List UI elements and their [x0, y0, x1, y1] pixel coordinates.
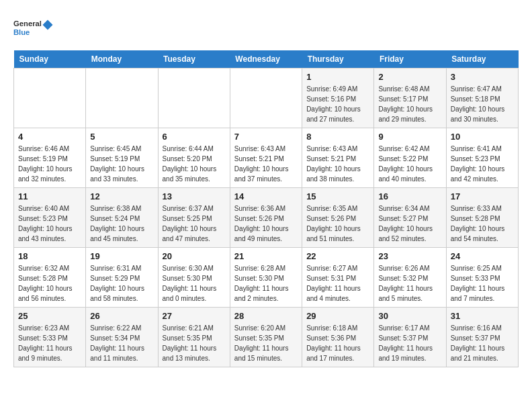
day-cell: 21 Sunrise: 6:28 AMSunset: 5:30 PMDaylig… — [230, 248, 302, 308]
day-number: 12 — [90, 191, 153, 201]
day-number: 4 — [18, 132, 81, 142]
day-cell — [86, 68, 158, 128]
day-number: 7 — [234, 132, 298, 142]
day-info: Sunrise: 6:33 AMSunset: 5:28 PMDaylight:… — [451, 203, 514, 244]
day-cell: 27 Sunrise: 6:21 AMSunset: 5:35 PMDaylig… — [158, 308, 230, 367]
day-number: 14 — [234, 191, 298, 201]
day-cell: 11 Sunrise: 6:40 AMSunset: 5:23 PMDaylig… — [14, 188, 86, 248]
day-info: Sunrise: 6:34 AMSunset: 5:27 PMDaylight:… — [378, 203, 441, 244]
day-cell: 29 Sunrise: 6:18 AMSunset: 5:36 PMDaylig… — [302, 308, 374, 367]
day-info: Sunrise: 6:46 AMSunset: 5:19 PMDaylight:… — [18, 144, 81, 184]
day-number: 31 — [451, 311, 514, 321]
day-info: Sunrise: 6:27 AMSunset: 5:31 PMDaylight:… — [306, 263, 369, 304]
day-cell: 26 Sunrise: 6:22 AMSunset: 5:34 PMDaylig… — [86, 308, 158, 367]
day-number: 15 — [306, 191, 369, 201]
day-cell: 10 Sunrise: 6:41 AMSunset: 5:23 PMDaylig… — [446, 128, 518, 188]
day-info: Sunrise: 6:45 AMSunset: 5:19 PMDaylight:… — [90, 144, 153, 184]
day-info: Sunrise: 6:41 AMSunset: 5:23 PMDaylight:… — [451, 144, 514, 184]
day-info: Sunrise: 6:16 AMSunset: 5:37 PMDaylight:… — [451, 323, 514, 363]
day-cell: 2 Sunrise: 6:48 AMSunset: 5:17 PMDayligh… — [374, 68, 446, 128]
day-number: 5 — [90, 132, 153, 142]
day-number: 10 — [451, 132, 514, 142]
svg-marker-2 — [43, 19, 53, 30]
day-number: 3 — [451, 72, 514, 82]
day-cell: 3 Sunrise: 6:47 AMSunset: 5:18 PMDayligh… — [446, 68, 518, 128]
day-info: Sunrise: 6:20 AMSunset: 5:35 PMDaylight:… — [234, 323, 298, 363]
day-number: 13 — [163, 191, 226, 201]
day-info: Sunrise: 6:18 AMSunset: 5:36 PMDaylight:… — [306, 323, 369, 363]
day-info: Sunrise: 6:36 AMSunset: 5:26 PMDaylight:… — [234, 203, 298, 244]
day-number: 25 — [18, 311, 81, 321]
day-cell: 7 Sunrise: 6:43 AMSunset: 5:21 PMDayligh… — [230, 128, 302, 188]
week-row-4: 18 Sunrise: 6:32 AMSunset: 5:28 PMDaylig… — [14, 248, 519, 308]
weekday-header-monday: Monday — [86, 50, 158, 68]
svg-text:Blue: Blue — [13, 28, 30, 36]
day-cell: 6 Sunrise: 6:44 AMSunset: 5:20 PMDayligh… — [158, 128, 230, 188]
day-cell: 20 Sunrise: 6:30 AMSunset: 5:30 PMDaylig… — [158, 248, 230, 308]
day-cell: 12 Sunrise: 6:38 AMSunset: 5:24 PMDaylig… — [86, 188, 158, 248]
day-cell: 1 Sunrise: 6:49 AMSunset: 5:16 PMDayligh… — [302, 68, 374, 128]
day-cell: 13 Sunrise: 6:37 AMSunset: 5:25 PMDaylig… — [158, 188, 230, 248]
page-header: General Blue — [13, 13, 519, 44]
day-cell: 4 Sunrise: 6:46 AMSunset: 5:19 PMDayligh… — [14, 128, 86, 188]
weekday-header-thursday: Thursday — [302, 50, 374, 68]
day-info: Sunrise: 6:42 AMSunset: 5:22 PMDaylight:… — [378, 144, 441, 184]
day-cell — [230, 68, 302, 128]
day-cell: 9 Sunrise: 6:42 AMSunset: 5:22 PMDayligh… — [374, 128, 446, 188]
day-cell: 17 Sunrise: 6:33 AMSunset: 5:28 PMDaylig… — [446, 188, 518, 248]
day-cell: 23 Sunrise: 6:26 AMSunset: 5:32 PMDaylig… — [374, 248, 446, 308]
weekday-header-wednesday: Wednesday — [230, 50, 302, 68]
day-info: Sunrise: 6:22 AMSunset: 5:34 PMDaylight:… — [90, 323, 153, 363]
week-row-1: 1 Sunrise: 6:49 AMSunset: 5:16 PMDayligh… — [14, 68, 519, 128]
day-number: 28 — [234, 311, 298, 321]
day-cell: 24 Sunrise: 6:25 AMSunset: 5:33 PMDaylig… — [446, 248, 518, 308]
day-number: 8 — [306, 132, 369, 142]
day-number: 6 — [163, 132, 226, 142]
day-number: 19 — [90, 251, 153, 261]
weekday-header-friday: Friday — [374, 50, 446, 68]
day-number: 11 — [18, 191, 81, 201]
day-number: 2 — [378, 72, 441, 82]
day-cell: 28 Sunrise: 6:20 AMSunset: 5:35 PMDaylig… — [230, 308, 302, 367]
day-cell: 16 Sunrise: 6:34 AMSunset: 5:27 PMDaylig… — [374, 188, 446, 248]
day-cell: 19 Sunrise: 6:31 AMSunset: 5:29 PMDaylig… — [86, 248, 158, 308]
day-info: Sunrise: 6:26 AMSunset: 5:32 PMDaylight:… — [378, 263, 441, 304]
day-info: Sunrise: 6:49 AMSunset: 5:16 PMDaylight:… — [306, 84, 369, 124]
svg-text:General: General — [13, 19, 42, 28]
day-info: Sunrise: 6:28 AMSunset: 5:30 PMDaylight:… — [234, 263, 298, 304]
day-cell: 5 Sunrise: 6:45 AMSunset: 5:19 PMDayligh… — [86, 128, 158, 188]
day-info: Sunrise: 6:43 AMSunset: 5:21 PMDaylight:… — [306, 144, 369, 184]
day-info: Sunrise: 6:38 AMSunset: 5:24 PMDaylight:… — [90, 203, 153, 244]
day-number: 23 — [378, 251, 441, 261]
day-info: Sunrise: 6:25 AMSunset: 5:33 PMDaylight:… — [451, 263, 514, 304]
day-cell: 30 Sunrise: 6:17 AMSunset: 5:37 PMDaylig… — [374, 308, 446, 367]
day-info: Sunrise: 6:43 AMSunset: 5:21 PMDaylight:… — [234, 144, 298, 184]
day-number: 21 — [234, 251, 298, 261]
day-number: 22 — [306, 251, 369, 261]
weekday-header-tuesday: Tuesday — [158, 50, 230, 68]
day-cell: 14 Sunrise: 6:36 AMSunset: 5:26 PMDaylig… — [230, 188, 302, 248]
day-cell: 22 Sunrise: 6:27 AMSunset: 5:31 PMDaylig… — [302, 248, 374, 308]
week-row-3: 11 Sunrise: 6:40 AMSunset: 5:23 PMDaylig… — [14, 188, 519, 248]
day-info: Sunrise: 6:23 AMSunset: 5:33 PMDaylight:… — [18, 323, 81, 363]
day-number: 18 — [18, 251, 81, 261]
day-cell — [158, 68, 230, 128]
weekday-header-row: SundayMondayTuesdayWednesdayThursdayFrid… — [14, 50, 519, 68]
day-cell: 15 Sunrise: 6:35 AMSunset: 5:26 PMDaylig… — [302, 188, 374, 248]
logo-svg: General Blue — [13, 13, 54, 44]
day-info: Sunrise: 6:21 AMSunset: 5:35 PMDaylight:… — [163, 323, 226, 363]
weekday-header-saturday: Saturday — [446, 50, 518, 68]
day-info: Sunrise: 6:44 AMSunset: 5:20 PMDaylight:… — [163, 144, 226, 184]
day-number: 24 — [451, 251, 514, 261]
day-info: Sunrise: 6:30 AMSunset: 5:30 PMDaylight:… — [163, 263, 226, 304]
day-info: Sunrise: 6:31 AMSunset: 5:29 PMDaylight:… — [90, 263, 153, 304]
day-number: 26 — [90, 311, 153, 321]
day-info: Sunrise: 6:40 AMSunset: 5:23 PMDaylight:… — [18, 203, 81, 244]
day-info: Sunrise: 6:37 AMSunset: 5:25 PMDaylight:… — [163, 203, 226, 244]
logo: General Blue — [13, 13, 54, 44]
day-number: 9 — [378, 132, 441, 142]
week-row-5: 25 Sunrise: 6:23 AMSunset: 5:33 PMDaylig… — [14, 308, 519, 367]
week-row-2: 4 Sunrise: 6:46 AMSunset: 5:19 PMDayligh… — [14, 128, 519, 188]
day-number: 30 — [378, 311, 441, 321]
day-number: 20 — [163, 251, 226, 261]
